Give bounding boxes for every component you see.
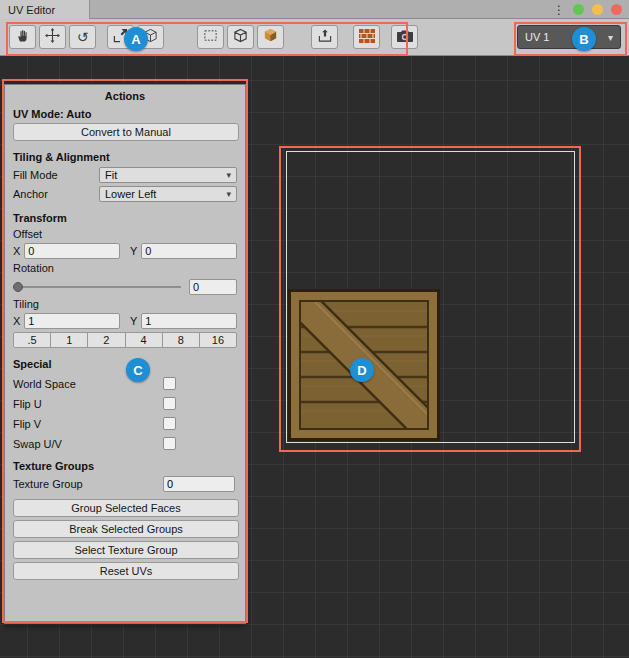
window-dot-green-icon[interactable] (573, 4, 584, 15)
marquee-icon (203, 28, 218, 46)
panel-title: Actions (5, 90, 245, 102)
flip-v-checkbox[interactable] (163, 417, 176, 430)
face-mode-button[interactable] (257, 25, 284, 49)
chevron-down-icon: ▾ (226, 170, 231, 180)
element-mode-button[interactable] (137, 25, 164, 49)
reset-uvs-button[interactable]: Reset UVs (13, 562, 239, 580)
tiling-label: Tiling (13, 298, 237, 310)
chevron-down-icon: ▾ (608, 32, 613, 43)
offset-label: Offset (13, 228, 237, 240)
flip-u-row: Flip U (13, 397, 237, 410)
tiling-row: X Y (13, 313, 237, 329)
anchor-label: Anchor (13, 188, 99, 200)
preset-8-button[interactable]: 8 (162, 332, 200, 348)
offset-y-field[interactable] (141, 243, 237, 259)
uv-channel-value: UV 1 (525, 31, 549, 43)
flip-v-row: Flip V (13, 417, 237, 430)
box-arrow-icon (317, 28, 333, 46)
window-dot-yellow-icon[interactable] (592, 4, 603, 15)
world-space-row: World Space (13, 377, 237, 390)
scale-icon (113, 28, 128, 46)
overflow-menu-icon[interactable]: ⋮ (553, 4, 565, 16)
tab-uv-editor[interactable]: UV Editor (0, 0, 90, 19)
transform-header: Transform (13, 212, 237, 224)
offset-y-label: Y (130, 245, 137, 257)
hand-icon (15, 28, 30, 46)
rotation-slider-knob[interactable] (13, 282, 23, 292)
move-arrows-icon (45, 28, 60, 46)
preset-4-button[interactable]: 4 (125, 332, 163, 348)
special-header: Special (13, 358, 237, 370)
window-controls: ⋮ (553, 0, 622, 19)
cube-wireframe-icon (143, 28, 158, 46)
fill-mode-dropdown[interactable]: Fit ▾ (99, 167, 237, 183)
edge-mode-button[interactable] (227, 25, 254, 49)
uv-unit-rect (286, 151, 575, 443)
rotate-icon: ↺ (77, 30, 89, 44)
rotation-slider[interactable] (13, 281, 181, 293)
rotation-slider-track (13, 286, 181, 288)
world-space-label: World Space (13, 378, 163, 390)
group-selected-faces-button[interactable]: Group Selected Faces (13, 499, 239, 517)
uv-mode-label: UV Mode: Auto (13, 108, 237, 120)
tiling-presets: .5 1 2 4 8 16 (13, 332, 237, 348)
cube-edge-icon (233, 28, 248, 46)
swap-uv-row: Swap U/V (13, 437, 237, 450)
marquee-select-button[interactable] (197, 25, 224, 49)
tiling-y-field[interactable] (141, 313, 237, 329)
rotation-row (13, 279, 237, 295)
preset-1-button[interactable]: 1 (50, 332, 88, 348)
tiling-alignment-header: Tiling & Alignment (13, 151, 237, 163)
cube-face-icon (263, 28, 278, 46)
texture-group-row: Texture Group (13, 476, 237, 492)
tiling-x-label: X (13, 315, 20, 327)
select-texture-group-button[interactable]: Select Texture Group (13, 541, 239, 559)
move-tool-button[interactable] (39, 25, 66, 49)
texture-groups-header: Texture Groups (13, 460, 237, 472)
toolbar: ↺ UV 1 ▾ (0, 19, 629, 56)
convert-to-manual-button[interactable]: Convert to Manual (13, 123, 239, 141)
tiling-x-field[interactable] (24, 313, 120, 329)
scale-tool-button[interactable] (107, 25, 134, 49)
break-selected-groups-button[interactable]: Break Selected Groups (13, 520, 239, 538)
crate-texture[interactable] (288, 289, 440, 441)
preset-2-button[interactable]: 2 (87, 332, 125, 348)
bricks-icon (359, 29, 375, 46)
camera-icon (397, 29, 413, 46)
tool-buttons: ↺ (9, 25, 418, 49)
fill-mode-value: Fit (105, 169, 117, 181)
offset-x-label: X (13, 245, 20, 257)
world-space-checkbox[interactable] (163, 377, 176, 390)
rotate-tool-button[interactable]: ↺ (69, 25, 96, 49)
window-dot-red-icon[interactable] (611, 4, 622, 15)
title-bar: UV Editor ⋮ (0, 0, 629, 19)
preset-half-button[interactable]: .5 (13, 332, 51, 348)
texture-preview-button[interactable] (353, 25, 380, 49)
flip-v-label: Flip V (13, 418, 163, 430)
fill-mode-row: Fill Mode Fit ▾ (13, 167, 237, 183)
uv-canvas[interactable]: Actions UV Mode: Auto Convert to Manual … (0, 56, 629, 658)
project-uvs-button[interactable] (311, 25, 338, 49)
window-title: UV Editor (8, 4, 55, 16)
anchor-value: Lower Left (105, 188, 156, 200)
flip-u-label: Flip U (13, 398, 163, 410)
screenshot-button[interactable] (391, 25, 418, 49)
swap-uv-checkbox[interactable] (163, 437, 176, 450)
pan-tool-button[interactable] (9, 25, 36, 49)
offset-x-field[interactable] (24, 243, 120, 259)
rotation-value-field[interactable] (189, 279, 237, 295)
actions-panel: Actions UV Mode: Auto Convert to Manual … (4, 84, 246, 624)
rotation-label: Rotation (13, 262, 237, 274)
anchor-row: Anchor Lower Left ▾ (13, 186, 237, 202)
flip-u-checkbox[interactable] (163, 397, 176, 410)
crate-texture-image (288, 289, 440, 441)
offset-row: X Y (13, 243, 237, 259)
fill-mode-label: Fill Mode (13, 169, 99, 181)
texture-group-field[interactable] (163, 476, 235, 492)
preset-16-button[interactable]: 16 (199, 332, 237, 348)
anchor-dropdown[interactable]: Lower Left ▾ (99, 186, 237, 202)
tiling-y-label: Y (130, 315, 137, 327)
chevron-down-icon: ▾ (226, 189, 231, 199)
texture-group-label: Texture Group (13, 478, 163, 490)
uv-channel-dropdown[interactable]: UV 1 ▾ (517, 25, 621, 49)
